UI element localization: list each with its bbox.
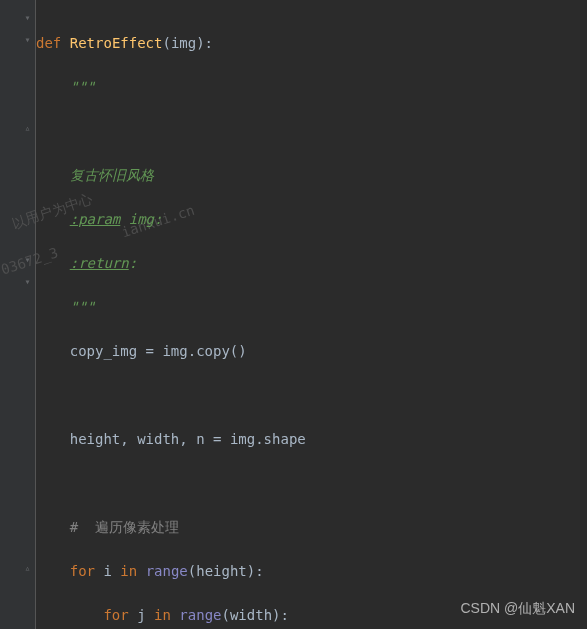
param-name: img [171, 35, 196, 51]
function-name: RetroEffect [70, 35, 163, 51]
editor-gutter: ▾ ▾ ▵ ▾ ▾ ▵ [0, 0, 36, 629]
comment: # 遍历像素处理 [70, 519, 179, 535]
fold-end-icon: ▵ [22, 122, 33, 133]
docstring-quote: """ [70, 299, 95, 315]
code-editor[interactable]: def RetroEffect(img): """ 复古怀旧风格 :param … [36, 0, 491, 629]
docstring-quote: """ [70, 79, 95, 95]
fold-arrow-icon[interactable]: ▾ [22, 276, 33, 287]
fold-arrow-icon[interactable]: ▾ [22, 12, 33, 23]
code-text: copy_img = img.copy() [70, 343, 247, 359]
keyword-def: def [36, 35, 61, 51]
docstring-param-tag: :param [70, 211, 121, 227]
fold-arrow-icon[interactable]: ▾ [22, 34, 33, 45]
docstring-param: img: [129, 211, 163, 227]
fold-end-icon: ▵ [22, 562, 33, 573]
docstring-return-tag: :return [70, 255, 129, 271]
docstring-title: 复古怀旧风格 [70, 167, 154, 183]
fold-arrow-icon[interactable]: ▾ [22, 254, 33, 265]
csdn-watermark: CSDN @仙魁XAN [460, 597, 575, 619]
